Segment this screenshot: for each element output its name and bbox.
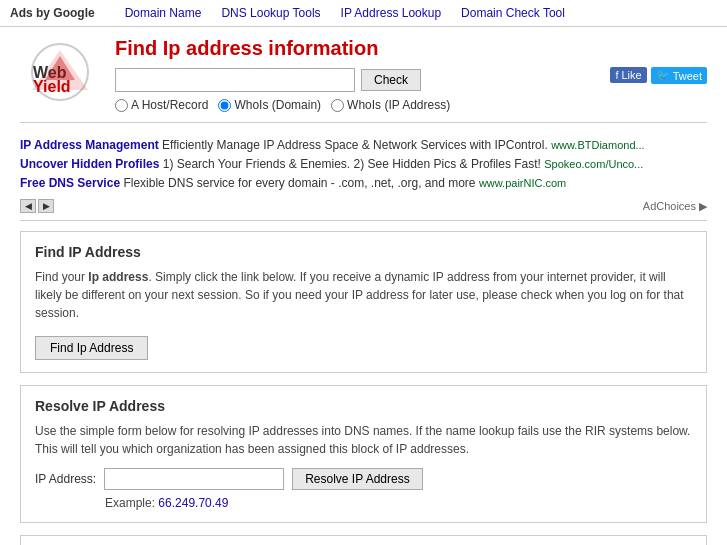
resolve-ip-description: Use the simple form below for resolving … — [35, 422, 692, 458]
ad-url-3: www.pairNIC.com — [479, 177, 566, 189]
find-ip-text-before: Find your — [35, 270, 88, 284]
like-label: Like — [621, 69, 641, 81]
social-buttons: f Like 🐦 Tweet — [610, 67, 707, 84]
prev-arrow[interactable]: ◀ — [20, 199, 36, 213]
ad-link-2[interactable]: Uncover Hidden Profiles — [20, 157, 159, 171]
ad-item-3: Free DNS Service Flexible DNS service fo… — [20, 174, 707, 193]
ads-section: IP Address Management Efficiently Manage… — [20, 131, 707, 221]
radio-options: A Host/Record WhoIs (Domain) WhoIs (IP A… — [115, 98, 595, 112]
ad-item-1: IP Address Management Efficiently Manage… — [20, 136, 707, 155]
ad-desc-2: 1) Search Your Friends & Enemies. 2) See… — [163, 157, 545, 171]
ad-url-2: Spokeo.com/Unco... — [544, 158, 643, 170]
ad-url-1: www.BTDiamond... — [551, 139, 645, 151]
nav-link-domain-name[interactable]: Domain Name — [125, 6, 202, 20]
ad-desc-3: Flexible DNS service for every domain - … — [123, 176, 478, 190]
twitter-tweet-button[interactable]: 🐦 Tweet — [651, 67, 707, 84]
ad-desc-1: Efficiently Manage IP Address Space & Ne… — [162, 138, 551, 152]
example-row: Example: 66.249.70.49 — [35, 496, 692, 510]
ad-choices-row: ◀ ▶ AdChoices ▶ — [20, 198, 707, 216]
svg-text:Yield: Yield — [33, 78, 71, 95]
adchoices: AdChoices ▶ — [643, 198, 707, 216]
adchoices-icon: ▶ — [699, 198, 707, 216]
search-area: Find Ip address information Check A Host… — [115, 37, 595, 112]
example-ip-link[interactable]: 66.249.70.49 — [158, 496, 228, 510]
find-ip-button[interactable]: Find Ip Address — [35, 336, 148, 360]
nav-arrows: ◀ ▶ — [20, 199, 54, 213]
header-divider — [20, 122, 707, 123]
find-ip-bold: Ip address — [88, 270, 148, 284]
adchoices-label: AdChoices — [643, 198, 696, 216]
ads-by-google-label: Ads by Google — [10, 6, 95, 20]
radio-host[interactable]: A Host/Record — [115, 98, 208, 112]
resolve-ip-section: Resolve IP Address Use the simple form b… — [20, 385, 707, 523]
facebook-icon: f — [615, 69, 618, 81]
ad-link-1[interactable]: IP Address Management — [20, 138, 159, 152]
resolve-form-row: IP Address: Resolve IP Address — [35, 468, 692, 490]
facebook-like-button[interactable]: f Like — [610, 67, 646, 83]
header-section: Web Yield Find Ip address information Ch… — [20, 37, 707, 112]
nav-link-dns-lookup[interactable]: DNS Lookup Tools — [221, 6, 320, 20]
search-row: Check — [115, 68, 595, 92]
country-section: Ip Address Country Location — [20, 535, 707, 545]
example-prefix: Example: — [105, 496, 158, 510]
nav-link-ip-lookup[interactable]: IP Address Lookup — [341, 6, 442, 20]
check-button[interactable]: Check — [361, 69, 421, 91]
find-ip-section: Find IP Address Find your Ip address. Si… — [20, 231, 707, 373]
radio-ip[interactable]: WhoIs (IP Address) — [331, 98, 450, 112]
ad-item-2: Uncover Hidden Profiles 1) Search Your F… — [20, 155, 707, 174]
search-input[interactable] — [115, 68, 355, 92]
logo: Web Yield — [20, 42, 100, 102]
find-ip-title: Find IP Address — [35, 244, 692, 260]
twitter-icon: 🐦 — [656, 69, 670, 82]
page-title: Find Ip address information — [115, 37, 595, 60]
resolve-ip-label: IP Address: — [35, 472, 96, 486]
resolve-ip-button[interactable]: Resolve IP Address — [292, 468, 423, 490]
radio-domain[interactable]: WhoIs (Domain) — [218, 98, 321, 112]
nav-link-domain-check[interactable]: Domain Check Tool — [461, 6, 565, 20]
tweet-label: Tweet — [673, 70, 702, 82]
main-content: Web Yield Find Ip address information Ch… — [0, 27, 727, 545]
resolve-ip-input[interactable] — [104, 468, 284, 490]
top-navigation-bar: Ads by Google Domain Name DNS Lookup Too… — [0, 0, 727, 27]
next-arrow[interactable]: ▶ — [38, 199, 54, 213]
find-ip-description: Find your Ip address. Simply click the l… — [35, 268, 692, 322]
ad-link-3[interactable]: Free DNS Service — [20, 176, 120, 190]
resolve-ip-title: Resolve IP Address — [35, 398, 692, 414]
